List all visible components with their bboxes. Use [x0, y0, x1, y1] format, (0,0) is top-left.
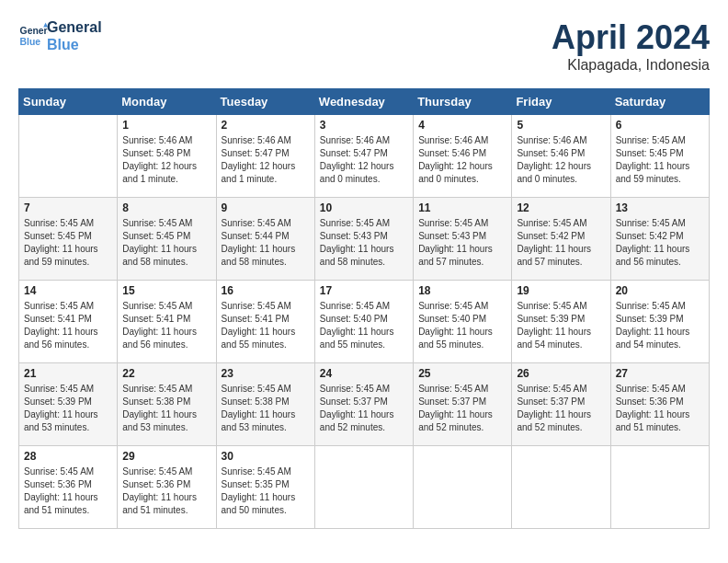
- day-number: 17: [320, 284, 408, 297]
- logo-blue: Blue: [47, 36, 102, 53]
- day-number: 25: [418, 367, 506, 380]
- day-number: 9: [222, 201, 310, 214]
- weekday-header-saturday: Saturday: [610, 89, 709, 115]
- day-info: Sunrise: 5:45 AMSunset: 5:43 PMDaylight:…: [320, 217, 408, 269]
- calendar-cell: 6Sunrise: 5:45 AMSunset: 5:45 PMDaylight…: [610, 115, 709, 198]
- calendar-cell: 10Sunrise: 5:45 AMSunset: 5:43 PMDayligh…: [314, 198, 413, 281]
- day-info: Sunrise: 5:45 AMSunset: 5:37 PMDaylight:…: [418, 383, 506, 434]
- day-info: Sunrise: 5:45 AMSunset: 5:42 PMDaylight:…: [517, 217, 605, 269]
- calendar-cell: 28Sunrise: 5:45 AMSunset: 5:36 PMDayligh…: [19, 446, 118, 529]
- day-info: Sunrise: 5:46 AMSunset: 5:47 PMDaylight:…: [320, 134, 408, 186]
- month-title: April 2024: [552, 18, 710, 57]
- weekday-header-sunday: Sunday: [19, 89, 118, 115]
- week-row-4: 21Sunrise: 5:45 AMSunset: 5:39 PMDayligh…: [19, 363, 710, 446]
- day-info: Sunrise: 5:45 AMSunset: 5:37 PMDaylight:…: [517, 383, 605, 434]
- day-number: 21: [24, 367, 112, 380]
- day-number: 8: [122, 201, 210, 214]
- day-info: Sunrise: 5:45 AMSunset: 5:36 PMDaylight:…: [24, 465, 112, 517]
- calendar-cell: [512, 446, 610, 529]
- logo: General Blue General Blue: [18, 18, 102, 53]
- day-number: 12: [517, 201, 605, 214]
- weekday-header-thursday: Thursday: [414, 89, 512, 115]
- calendar-cell: 14Sunrise: 5:45 AMSunset: 5:41 PMDayligh…: [19, 281, 118, 363]
- logo-icon: General Blue: [18, 21, 48, 51]
- day-number: 1: [122, 119, 210, 132]
- weekday-header-row: SundayMondayTuesdayWednesdayThursdayFrid…: [19, 89, 710, 115]
- calendar-cell: 27Sunrise: 5:45 AMSunset: 5:36 PMDayligh…: [610, 363, 709, 446]
- calendar-cell: 18Sunrise: 5:45 AMSunset: 5:40 PMDayligh…: [414, 281, 512, 363]
- day-number: 28: [24, 450, 112, 463]
- day-info: Sunrise: 5:45 AMSunset: 5:39 PMDaylight:…: [517, 300, 605, 351]
- day-number: 6: [616, 119, 704, 132]
- logo-text: General: [47, 18, 102, 36]
- calendar-cell: 4Sunrise: 5:46 AMSunset: 5:46 PMDaylight…: [414, 115, 512, 198]
- day-info: Sunrise: 5:45 AMSunset: 5:40 PMDaylight:…: [320, 300, 408, 351]
- day-number: 2: [222, 119, 310, 132]
- week-row-5: 28Sunrise: 5:45 AMSunset: 5:36 PMDayligh…: [19, 446, 710, 529]
- day-number: 15: [122, 284, 210, 297]
- day-number: 26: [517, 367, 605, 380]
- day-number: 4: [418, 119, 506, 132]
- calendar-cell: [414, 446, 512, 529]
- svg-text:Blue: Blue: [20, 37, 41, 47]
- calendar-cell: 7Sunrise: 5:45 AMSunset: 5:45 PMDaylight…: [19, 198, 118, 281]
- day-info: Sunrise: 5:45 AMSunset: 5:45 PMDaylight:…: [616, 134, 704, 186]
- day-number: 7: [24, 201, 112, 214]
- calendar-cell: 2Sunrise: 5:46 AMSunset: 5:47 PMDaylight…: [216, 115, 314, 198]
- day-number: 18: [418, 284, 506, 297]
- svg-text:General: General: [20, 27, 48, 37]
- week-row-3: 14Sunrise: 5:45 AMSunset: 5:41 PMDayligh…: [19, 281, 710, 363]
- calendar-cell: 13Sunrise: 5:45 AMSunset: 5:42 PMDayligh…: [610, 198, 709, 281]
- calendar-cell: 23Sunrise: 5:45 AMSunset: 5:38 PMDayligh…: [216, 363, 314, 446]
- day-number: 19: [517, 284, 605, 297]
- calendar-cell: 25Sunrise: 5:45 AMSunset: 5:37 PMDayligh…: [414, 363, 512, 446]
- day-info: Sunrise: 5:45 AMSunset: 5:36 PMDaylight:…: [616, 383, 704, 434]
- calendar-cell: 21Sunrise: 5:45 AMSunset: 5:39 PMDayligh…: [19, 363, 118, 446]
- day-info: Sunrise: 5:45 AMSunset: 5:45 PMDaylight:…: [122, 217, 210, 269]
- day-number: 10: [320, 201, 408, 214]
- calendar-cell: 22Sunrise: 5:45 AMSunset: 5:38 PMDayligh…: [118, 363, 216, 446]
- calendar-table: SundayMondayTuesdayWednesdayThursdayFrid…: [18, 88, 710, 529]
- calendar-cell: 15Sunrise: 5:45 AMSunset: 5:41 PMDayligh…: [118, 281, 216, 363]
- week-row-2: 7Sunrise: 5:45 AMSunset: 5:45 PMDaylight…: [19, 198, 710, 281]
- weekday-header-wednesday: Wednesday: [314, 89, 413, 115]
- day-info: Sunrise: 5:46 AMSunset: 5:48 PMDaylight:…: [122, 134, 210, 186]
- calendar-cell: 16Sunrise: 5:45 AMSunset: 5:41 PMDayligh…: [216, 281, 314, 363]
- calendar-cell: 8Sunrise: 5:45 AMSunset: 5:45 PMDaylight…: [118, 198, 216, 281]
- calendar-cell: 30Sunrise: 5:45 AMSunset: 5:35 PMDayligh…: [216, 446, 314, 529]
- day-number: 23: [222, 367, 310, 380]
- day-number: 22: [122, 367, 210, 380]
- day-number: 30: [222, 450, 310, 463]
- day-info: Sunrise: 5:45 AMSunset: 5:38 PMDaylight:…: [222, 383, 310, 434]
- day-info: Sunrise: 5:46 AMSunset: 5:46 PMDaylight:…: [517, 134, 605, 186]
- calendar-cell: 11Sunrise: 5:45 AMSunset: 5:43 PMDayligh…: [414, 198, 512, 281]
- page-header: General Blue General Blue April 2024 Kla…: [18, 18, 710, 74]
- title-block: April 2024 Klapagada, Indonesia: [552, 18, 710, 74]
- day-info: Sunrise: 5:45 AMSunset: 5:43 PMDaylight:…: [418, 217, 506, 269]
- day-info: Sunrise: 5:45 AMSunset: 5:36 PMDaylight:…: [122, 465, 210, 517]
- calendar-cell: [19, 115, 118, 198]
- day-number: 11: [418, 201, 506, 214]
- day-number: 3: [320, 119, 408, 132]
- day-info: Sunrise: 5:45 AMSunset: 5:39 PMDaylight:…: [616, 300, 704, 351]
- week-row-1: 1Sunrise: 5:46 AMSunset: 5:48 PMDaylight…: [19, 115, 710, 198]
- calendar-cell: 29Sunrise: 5:45 AMSunset: 5:36 PMDayligh…: [118, 446, 216, 529]
- day-number: 20: [616, 284, 704, 297]
- day-info: Sunrise: 5:45 AMSunset: 5:39 PMDaylight:…: [24, 383, 112, 434]
- day-number: 13: [616, 201, 704, 214]
- calendar-cell: 17Sunrise: 5:45 AMSunset: 5:40 PMDayligh…: [314, 281, 413, 363]
- calendar-cell: 20Sunrise: 5:45 AMSunset: 5:39 PMDayligh…: [610, 281, 709, 363]
- day-number: 29: [122, 450, 210, 463]
- calendar-cell: 1Sunrise: 5:46 AMSunset: 5:48 PMDaylight…: [118, 115, 216, 198]
- day-info: Sunrise: 5:45 AMSunset: 5:41 PMDaylight:…: [122, 300, 210, 351]
- day-info: Sunrise: 5:45 AMSunset: 5:41 PMDaylight:…: [222, 300, 310, 351]
- day-number: 24: [320, 367, 408, 380]
- calendar-cell: 24Sunrise: 5:45 AMSunset: 5:37 PMDayligh…: [314, 363, 413, 446]
- weekday-header-friday: Friday: [512, 89, 610, 115]
- day-info: Sunrise: 5:45 AMSunset: 5:40 PMDaylight:…: [418, 300, 506, 351]
- calendar-cell: 19Sunrise: 5:45 AMSunset: 5:39 PMDayligh…: [512, 281, 610, 363]
- weekday-header-monday: Monday: [118, 89, 216, 115]
- calendar-cell: 9Sunrise: 5:45 AMSunset: 5:44 PMDaylight…: [216, 198, 314, 281]
- calendar-cell: 12Sunrise: 5:45 AMSunset: 5:42 PMDayligh…: [512, 198, 610, 281]
- day-info: Sunrise: 5:45 AMSunset: 5:35 PMDaylight:…: [222, 465, 310, 517]
